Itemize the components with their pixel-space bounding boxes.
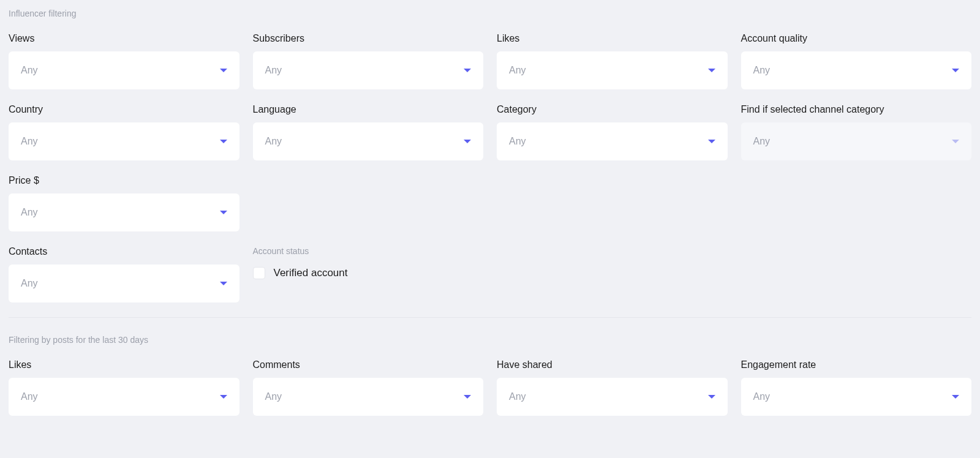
filter-label-price: Price $ <box>9 175 239 186</box>
filter-label-likes: Likes <box>497 33 728 44</box>
chevron-down-icon <box>952 140 959 143</box>
dropdown-find-if-selected: Any <box>741 122 972 160</box>
filter-likes: Likes Any <box>497 33 728 89</box>
dropdown-country[interactable]: Any <box>9 122 239 160</box>
dropdown-posts-have-shared[interactable]: Any <box>497 378 728 416</box>
dropdown-value: Any <box>753 391 771 402</box>
chevron-down-icon <box>220 140 227 143</box>
filter-label-posts-comments: Comments <box>253 359 484 370</box>
chevron-down-icon <box>952 395 959 399</box>
chevron-down-icon <box>220 69 227 72</box>
section-title-influencer: Influencer filtering <box>9 9 971 18</box>
dropdown-value: Any <box>753 136 771 147</box>
filter-account-quality: Account quality Any <box>741 33 972 89</box>
filter-subscribers: Subscribers Any <box>253 33 484 89</box>
dropdown-posts-comments[interactable]: Any <box>253 378 484 416</box>
section-title-posts: Filtering by posts for the last 30 days <box>9 335 971 345</box>
dropdown-value: Any <box>21 391 38 402</box>
chevron-down-icon <box>464 69 471 72</box>
dropdown-likes[interactable]: Any <box>497 51 728 89</box>
dropdown-value: Any <box>509 65 526 76</box>
filter-label-subscribers: Subscribers <box>253 33 484 44</box>
filter-grid-contacts: Contacts Any Account status Verified acc… <box>9 246 971 302</box>
dropdown-account-quality[interactable]: Any <box>741 51 972 89</box>
filter-label-category: Category <box>497 104 728 115</box>
section-divider <box>9 317 971 318</box>
filter-label-country: Country <box>9 104 239 115</box>
dropdown-contacts[interactable]: Any <box>9 265 239 302</box>
filter-label-contacts: Contacts <box>9 246 239 257</box>
dropdown-posts-engagement-rate[interactable]: Any <box>741 378 972 416</box>
checkbox-verified-label: Verified account <box>274 267 348 279</box>
dropdown-views[interactable]: Any <box>9 51 239 89</box>
dropdown-value: Any <box>265 65 282 76</box>
chevron-down-icon <box>708 395 715 399</box>
dropdown-value: Any <box>509 391 526 402</box>
filter-grid-price: Price $ Any <box>9 175 971 231</box>
filter-posts-comments: Comments Any <box>253 359 484 416</box>
chevron-down-icon <box>708 140 715 143</box>
dropdown-value: Any <box>265 391 282 402</box>
chevron-down-icon <box>708 69 715 72</box>
filter-label-find-if-selected: Find if selected channel category <box>741 104 972 115</box>
chevron-down-icon <box>464 140 471 143</box>
dropdown-value: Any <box>265 136 282 147</box>
filter-language: Language Any <box>253 104 484 160</box>
dropdown-value: Any <box>21 278 38 289</box>
filter-posts-have-shared: Have shared Any <box>497 359 728 416</box>
chevron-down-icon <box>220 395 227 399</box>
filter-contacts: Contacts Any <box>9 246 239 302</box>
filter-label-posts-likes: Likes <box>9 359 239 370</box>
filter-country: Country Any <box>9 104 239 160</box>
filter-label-account-status: Account status <box>253 246 484 256</box>
filter-label-language: Language <box>253 104 484 115</box>
dropdown-value: Any <box>509 136 526 147</box>
chevron-down-icon <box>220 282 227 285</box>
dropdown-price[interactable]: Any <box>9 193 239 231</box>
filter-grid-row1: Views Any Subscribers Any Likes Any Acco… <box>9 33 971 160</box>
chevron-down-icon <box>220 211 227 214</box>
dropdown-posts-likes[interactable]: Any <box>9 378 239 416</box>
filter-grid-posts: Likes Any Comments Any Have shared Any E… <box>9 359 971 416</box>
filter-account-status: Account status Verified account <box>253 246 484 302</box>
filter-find-if-selected: Find if selected channel category Any <box>741 104 972 160</box>
dropdown-value: Any <box>21 136 38 147</box>
chevron-down-icon <box>464 395 471 399</box>
checkbox-verified[interactable] <box>253 267 265 279</box>
filter-posts-engagement-rate: Engagement rate Any <box>741 359 972 416</box>
filter-posts-likes: Likes Any <box>9 359 239 416</box>
dropdown-value: Any <box>21 65 38 76</box>
filter-label-posts-have-shared: Have shared <box>497 359 728 370</box>
dropdown-value: Any <box>21 207 38 218</box>
filter-label-views: Views <box>9 33 239 44</box>
checkbox-verified-wrap: Verified account <box>253 267 484 279</box>
chevron-down-icon <box>952 69 959 72</box>
dropdown-value: Any <box>753 65 771 76</box>
dropdown-language[interactable]: Any <box>253 122 484 160</box>
filter-category: Category Any <box>497 104 728 160</box>
dropdown-subscribers[interactable]: Any <box>253 51 484 89</box>
filter-views: Views Any <box>9 33 239 89</box>
filter-label-account-quality: Account quality <box>741 33 972 44</box>
filter-label-posts-engagement-rate: Engagement rate <box>741 359 972 370</box>
filter-price: Price $ Any <box>9 175 239 231</box>
dropdown-category[interactable]: Any <box>497 122 728 160</box>
